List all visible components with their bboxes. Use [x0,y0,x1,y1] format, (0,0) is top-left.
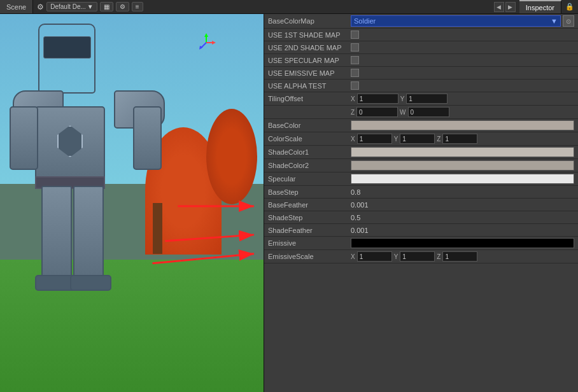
cs-z-label: Z [437,136,441,143]
shade-color1-label: ShadeColor1 [268,148,351,156]
emissive-scale-row: EmissiveScale X Y Z [264,250,578,263]
use-emissive-map-checkbox[interactable] [351,69,359,77]
shade-feather-value: 0.001 [351,227,369,234]
base-step-label: BaseStep [268,188,351,196]
inspector-tab-label: Inspector [526,4,554,11]
es-y-input[interactable] [400,251,435,262]
use-alpha-test-checkbox[interactable] [351,81,359,90]
color-scale-label: ColorScale [268,135,351,143]
cs-y-input[interactable] [400,134,435,144]
base-color-map-pick-btn[interactable]: ⊙ [563,15,574,27]
cs-x-label: X [351,136,355,143]
use-alpha-test-row: USE ALPHA TEST [264,80,578,92]
base-color-map-value: Soldier [354,17,376,25]
svg-marker-5 [204,33,208,37]
w-label: W [400,109,405,116]
shade-color1-row: ShadeColor1 [264,146,578,159]
shade-step-value: 0.5 [351,214,360,221]
use-2nd-shade-map-label: USE 2ND SHADE MAP [268,44,351,52]
base-feather-row: BaseFeather 0.001 [264,199,578,211]
use-alpha-test-label: USE ALPHA TEST [268,82,351,90]
use-specular-map-checkbox[interactable] [351,56,359,64]
scene-gizmo-btn[interactable]: ≡ [132,2,143,11]
es-x-label: X [351,253,355,260]
shade-color2-label: ShadeColor2 [268,162,351,169]
base-color-map-row: BaseColorMap Soldier ▼ ⊙ [264,14,578,29]
shade-feather-label: ShadeFeather [268,227,351,234]
shade-color2-row: ShadeColor2 [264,159,578,172]
base-color-map-dropdown[interactable]: Soldier ▼ [351,15,561,27]
base-color-map-label: BaseColorMap [268,17,351,25]
inspector-nav-back[interactable]: ◀ [494,2,504,12]
base-step-row: BaseStep 0.8 [264,186,578,199]
chevron-icon: ▼ [551,17,558,25]
base-color-swatch[interactable] [351,120,574,130]
use-1st-shade-map-row: USE 1ST SHADE MAP [264,29,578,41]
es-z-label: Z [437,253,441,260]
cs-z-input[interactable] [442,134,477,144]
use-specular-map-row: USE SPECULAR MAP [264,54,578,67]
x-label: X [351,95,355,102]
inspector-tab[interactable]: Inspector [519,0,561,13]
es-z-input[interactable] [442,251,477,262]
scene-settings-btn[interactable]: ⚙ [116,2,129,11]
specular-label: Specular [268,175,351,183]
scene-tab[interactable]: Scene [0,0,33,13]
z-label: Z [351,109,355,116]
use-emissive-map-row: USE EMISSIVE MAP [264,67,578,80]
tiling-w-input[interactable] [408,107,449,117]
inspector-panel: BaseColorMap Soldier ▼ ⊙ USE 1ST SHADE M… [264,14,578,392]
scene-panel [0,14,264,392]
es-x-input[interactable] [357,251,392,262]
inspector-tab-bar: ◀ ▶ Inspector 🔒 [494,0,578,13]
y-label: Y [400,95,405,102]
use-2nd-shade-map-checkbox[interactable] [351,43,359,52]
cs-x-input[interactable] [357,134,392,144]
base-step-value: 0.8 [351,188,360,196]
shade-step-label: ShadeStep [268,214,351,221]
tiling-offset-label: TilingOffset [268,95,351,102]
base-color-row: BaseColor [264,119,578,132]
chevron-down-icon: ▼ [87,3,94,10]
specular-swatch[interactable] [351,174,574,184]
use-emissive-map-label: USE EMISSIVE MAP [268,69,351,77]
shade-color1-swatch[interactable] [351,147,574,157]
gizmo-icon: ⚙ [37,3,44,11]
default-display-dropdown[interactable]: Default De... ▼ [46,2,97,11]
scene-tab-label: Scene [6,3,26,11]
emissive-row: Emissive [264,237,578,250]
emissive-scale-label: EmissiveScale [268,253,351,260]
shade-step-row: ShadeStep 0.5 [264,211,578,224]
use-specular-map-label: USE SPECULAR MAP [268,57,351,64]
inspector-nav-fwd[interactable]: ▶ [505,2,516,12]
tiling-offset-row-zw: Z W [264,106,578,119]
shade-color2-swatch[interactable] [351,160,574,171]
base-feather-value: 0.001 [351,201,369,209]
tiling-x-input[interactable] [357,94,398,104]
scene-toolbar: ⚙ Default De... ▼ ▦ ⚙ ≡ [33,2,146,11]
base-feather-label: BaseFeather [268,201,351,209]
use-2nd-shade-map-row: USE 2ND SHADE MAP [264,41,578,54]
emissive-label: Emissive [268,239,351,247]
specular-row: Specular [264,172,578,186]
tiling-z-input[interactable] [356,107,398,117]
display-label: Default De... [50,3,86,10]
base-color-label: BaseColor [268,122,351,129]
color-scale-row: ColorScale X Y Z [264,132,578,146]
scene-layers-btn[interactable]: ▦ [100,2,113,11]
es-y-label: Y [394,253,398,260]
use-1st-shade-map-checkbox[interactable] [351,31,359,39]
cs-y-label: Y [394,136,398,143]
shade-feather-row: ShadeFeather 0.001 [264,224,578,237]
inspector-lock-icon[interactable]: 🔒 [561,3,578,11]
tiling-offset-row-xy: TilingOffset X Y [264,92,578,106]
svg-marker-7 [212,41,216,45]
emissive-swatch[interactable] [351,238,574,248]
tiling-y-input[interactable] [406,94,448,104]
use-1st-shade-map-label: USE 1ST SHADE MAP [268,31,351,39]
